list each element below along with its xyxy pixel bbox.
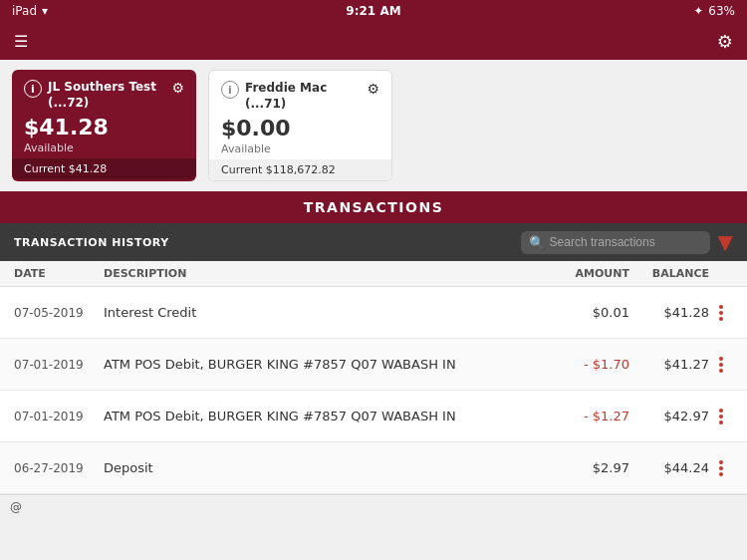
status-bar: iPad ▾ 9:21 AM ✦ 63% <box>0 0 747 22</box>
tx-more-button[interactable] <box>709 460 733 476</box>
tx-balance: $44.24 <box>629 460 709 475</box>
header-bar: ☰ ⚙ <box>0 22 747 60</box>
col-header-amount: AMOUNT <box>550 267 629 280</box>
account-info-icon-1[interactable]: i <box>24 80 42 98</box>
col-header-date: DATE <box>14 267 104 280</box>
tx-description: ATM POS Debit, BURGER KING #7857 Q07 WAB… <box>104 357 550 372</box>
tx-date: 07-05-2019 <box>14 306 104 320</box>
tx-amount: - $1.27 <box>550 409 629 423</box>
settings-icon[interactable]: ⚙ <box>717 31 733 52</box>
status-left: iPad ▾ <box>12 4 48 18</box>
col-header-description: DESCRIPTION <box>104 267 550 280</box>
menu-icon[interactable]: ☰ <box>14 32 28 51</box>
bluetooth-icon: ✦ <box>693 4 703 18</box>
tx-more-button[interactable] <box>709 357 733 373</box>
table-row: 06-27-2019 Deposit $2.97 $44.24 <box>0 442 747 494</box>
account-card-top-2: i Freddie Mac (...71) ⚙ <box>221 81 379 112</box>
account-card-top-1: i JL Southers Test (...72) ⚙ <box>24 80 184 111</box>
accounts-row: i JL Southers Test (...72) ⚙ $41.28 Avai… <box>0 60 747 191</box>
tx-date: 06-27-2019 <box>14 461 104 475</box>
tx-date: 07-01-2019 <box>14 410 104 423</box>
account-current-2: Current $118,672.82 <box>209 159 391 180</box>
at-icon[interactable]: @ <box>10 500 22 514</box>
account-name-2: Freddie Mac (...71) <box>245 81 361 112</box>
wifi-icon: ▾ <box>42 4 48 18</box>
status-time: 9:21 AM <box>346 4 400 18</box>
tx-description: ATM POS Debit, BURGER KING #7857 Q07 WAB… <box>104 409 550 423</box>
account-info-icon-2[interactable]: i <box>221 81 239 99</box>
filter-icon[interactable]: ▼ <box>718 230 733 254</box>
table-row: 07-05-2019 Interest Credit $0.01 $41.28 <box>0 287 747 339</box>
account-current-1: Current $41.28 <box>12 158 196 179</box>
table-row: 07-01-2019 ATM POS Debit, BURGER KING #7… <box>0 391 747 442</box>
account-amount-2: $0.00 <box>221 116 379 140</box>
carrier-label: iPad <box>12 4 37 18</box>
search-filter-area: 🔍 ▼ <box>521 230 733 254</box>
account-name-1: JL Southers Test (...72) <box>48 80 165 111</box>
bottom-bar: @ <box>0 494 747 518</box>
tx-more-button[interactable] <box>709 305 733 321</box>
search-box[interactable]: 🔍 <box>521 231 710 254</box>
account-card-1: i JL Southers Test (...72) ⚙ $41.28 Avai… <box>12 70 196 181</box>
account-gear-icon-2[interactable]: ⚙ <box>367 81 379 97</box>
tx-description: Interest Credit <box>104 305 550 320</box>
tx-balance: $41.28 <box>629 305 709 320</box>
tx-amount: $0.01 <box>550 305 629 320</box>
col-header-balance: BALANCE <box>629 267 709 280</box>
transaction-list: 07-05-2019 Interest Credit $0.01 $41.28 … <box>0 287 747 494</box>
tx-balance: $42.97 <box>629 409 709 423</box>
account-available-2: Available <box>221 142 379 155</box>
status-right: ✦ 63% <box>693 4 735 18</box>
search-icon: 🔍 <box>529 235 545 250</box>
battery-label: 63% <box>708 4 735 18</box>
account-gear-icon-1[interactable]: ⚙ <box>171 80 184 96</box>
account-amount-1: $41.28 <box>24 115 184 140</box>
tx-date: 07-01-2019 <box>14 358 104 372</box>
tx-description: Deposit <box>104 460 550 475</box>
tx-amount: $2.97 <box>550 460 629 475</box>
history-label: TRANSACTION HISTORY <box>14 236 169 249</box>
account-card-2: i Freddie Mac (...71) ⚙ $0.00 Available … <box>208 70 392 181</box>
tx-more-button[interactable] <box>709 409 733 424</box>
tx-amount: - $1.70 <box>550 357 629 372</box>
transactions-title: TRANSACTIONS <box>0 191 747 223</box>
tx-balance: $41.27 <box>629 357 709 372</box>
search-input[interactable] <box>550 235 702 249</box>
table-row: 07-01-2019 ATM POS Debit, BURGER KING #7… <box>0 339 747 391</box>
column-headers: DATE DESCRIPTION AMOUNT BALANCE <box>0 261 747 287</box>
transaction-history-bar: TRANSACTION HISTORY 🔍 ▼ <box>0 223 747 261</box>
account-available-1: Available <box>24 141 184 154</box>
